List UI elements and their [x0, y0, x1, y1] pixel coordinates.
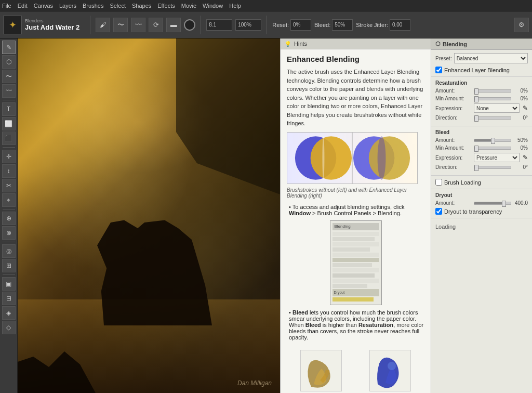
- menubar-edit[interactable]: Edit: [18, 3, 28, 9]
- hints-bullet1: To access and adjust blending settings, …: [287, 204, 424, 216]
- bleed-direction-thumb[interactable]: [474, 165, 478, 171]
- svg-point-5: [322, 136, 324, 179]
- brush-size-input[interactable]: [206, 19, 232, 31]
- bleed-direction-slider[interactable]: [474, 166, 511, 169]
- tool-zoom[interactable]: ⊕: [2, 212, 16, 225]
- tool-move[interactable]: ✛: [2, 150, 16, 163]
- brush-stroke-svg-1: [301, 350, 342, 391]
- hints-title: Enhanced Blending: [287, 55, 424, 63]
- tool-color-swatch[interactable]: ⊞: [2, 259, 16, 272]
- color-circle[interactable]: [184, 19, 195, 31]
- tool-brush[interactable]: ✎: [2, 41, 16, 54]
- tool-text[interactable]: T: [2, 102, 16, 116]
- screenshot-row9: [332, 273, 375, 278]
- watermark: Dan Milligan: [237, 379, 272, 387]
- toolbar-separator-3: [267, 16, 267, 34]
- bleed-expression-icon[interactable]: ✎: [523, 154, 528, 161]
- menubar-movie[interactable]: Movie: [181, 3, 196, 9]
- brush-images: [287, 345, 424, 394]
- canvas-area[interactable]: Dan Milligan: [18, 38, 280, 393]
- hints-body: The active brush uses the Enhanced Layer…: [287, 68, 424, 128]
- resaturation-expression-icon[interactable]: ✎: [523, 104, 528, 112]
- preset-select[interactable]: Balanced: [454, 53, 528, 63]
- dryout-amount-value: 400.0: [513, 200, 528, 206]
- dryout-amount-thumb[interactable]: [502, 201, 506, 207]
- toolbox-divider-4: [3, 242, 15, 242]
- resaturation-amount-slider[interactable]: [474, 89, 511, 93]
- menubar-effects[interactable]: Effects: [157, 3, 175, 9]
- brush-variant-btn4[interactable]: ▬: [166, 18, 181, 32]
- bleed-min-value: 0%: [513, 145, 528, 151]
- brush-size-control: [206, 19, 232, 31]
- bleed-expression-label: Expression:: [435, 155, 472, 161]
- hints-blend-demo: [287, 132, 418, 184]
- brush-loading-section: Brush Loading: [431, 176, 532, 189]
- toolbar-separator-2: [201, 16, 201, 34]
- menubar-file[interactable]: File: [2, 3, 11, 9]
- dryout-amount-slider[interactable]: [474, 202, 511, 205]
- tool-rotate[interactable]: ⊗: [2, 226, 16, 240]
- brush-loading-label: Brush Loading: [444, 179, 481, 186]
- tool-fill[interactable]: ⬛: [2, 132, 16, 145]
- menubar-layers[interactable]: Layers: [59, 3, 76, 9]
- screenshot-row1: [332, 232, 379, 236]
- menubar-select[interactable]: Select: [110, 3, 126, 9]
- bleed-min-slider[interactable]: [474, 147, 511, 150]
- resaturation-min-value: 0%: [513, 96, 528, 101]
- resaturation-expression-select[interactable]: None: [474, 103, 520, 113]
- jitter-input[interactable]: [390, 19, 410, 31]
- enhanced-blending-row: Enhanced Layer Blending: [435, 67, 528, 73]
- dryout-amount-fill: [474, 202, 503, 204]
- menubar-canvas[interactable]: Canvas: [34, 3, 53, 9]
- tool-layer-comp[interactable]: ▣: [2, 277, 16, 291]
- menubar-shapes[interactable]: Shapes: [132, 3, 151, 9]
- bleed-direction-row: Direction: 0°: [435, 164, 528, 170]
- resaturation-min-slider[interactable]: [474, 97, 511, 100]
- tool-color-picker[interactable]: ◎: [2, 244, 16, 258]
- dryout-transparency-checkbox[interactable]: [435, 208, 442, 215]
- tool-transform[interactable]: ↕: [2, 164, 16, 178]
- brush-selector-btn[interactable]: 🖌: [96, 18, 110, 32]
- bleed-title: Bleed: [435, 129, 528, 135]
- menubar-brushes[interactable]: Brushes: [83, 3, 103, 9]
- tool-eraser[interactable]: ⬡: [2, 55, 16, 69]
- bleed-min-thumb[interactable]: [474, 146, 478, 152]
- bleed-input[interactable]: [332, 19, 353, 31]
- opacity-input[interactable]: [235, 19, 261, 31]
- resaturation-direction-slider[interactable]: [474, 116, 511, 120]
- tool-smear[interactable]: 〜: [2, 70, 16, 83]
- resaturation-amount-thumb[interactable]: [474, 88, 478, 95]
- resaturation-direction-thumb[interactable]: [474, 115, 478, 122]
- hints-caption: Brushstrokes without (left) and with Enh…: [287, 187, 424, 199]
- tool-crop[interactable]: ✂: [2, 179, 16, 192]
- menubar-help[interactable]: Help: [229, 3, 241, 9]
- blending-panel-label: Blending: [443, 41, 467, 47]
- dryout-transparency-row: Dryout to transparency: [435, 208, 528, 215]
- brush-variant-btn3[interactable]: ⟳: [149, 18, 163, 32]
- brush-variant-btn1[interactable]: 〜: [113, 18, 128, 32]
- settings-btn[interactable]: ⚙: [514, 18, 529, 32]
- resaturation-min-thumb[interactable]: [474, 96, 478, 102]
- bleed-expression-select[interactable]: Pressure: [474, 153, 520, 162]
- tool-grid[interactable]: ⊟: [2, 292, 16, 305]
- tool-shapes[interactable]: ⬜: [2, 117, 16, 130]
- tool-select-rect[interactable]: ⌖: [2, 193, 16, 207]
- tool-dodge[interactable]: 〰: [2, 84, 16, 98]
- reset-input[interactable]: [290, 19, 311, 31]
- enhanced-blending-label: Enhanced Layer Blending: [444, 67, 510, 73]
- loading-area: Loading: [431, 218, 532, 235]
- brush-variant-btn2[interactable]: 〰: [131, 18, 145, 32]
- bleed-min-row: Min Amount: 0%: [435, 145, 528, 151]
- enhanced-blending-checkbox[interactable]: [435, 67, 442, 73]
- toolbox-divider-5: [3, 274, 15, 275]
- bleed-amount-slider[interactable]: [474, 139, 511, 142]
- main-area: ✎ ⬡ 〜 〰 T ⬜ ⬛ ✛ ↕ ✂ ⌖ ⊕ ⊗ ◎ ⊞ ▣ ⊟ ◈ ◇: [0, 38, 532, 393]
- menubar-window[interactable]: Window: [203, 3, 223, 9]
- tool-extra2[interactable]: ◇: [2, 321, 16, 334]
- resaturation-direction-row: Direction: 0°: [435, 115, 528, 121]
- brush-loading-checkbox[interactable]: [435, 179, 442, 186]
- hints-header: 💡 Hints: [281, 38, 431, 49]
- hints-content: Enhanced Blending The active brush uses …: [281, 49, 431, 393]
- tool-extra1[interactable]: ◈: [2, 306, 16, 320]
- bleed-amount-thumb[interactable]: [491, 138, 495, 144]
